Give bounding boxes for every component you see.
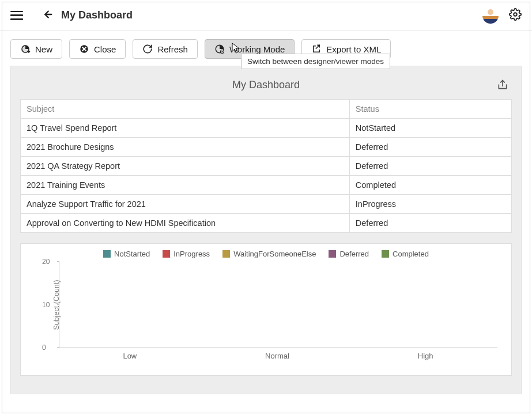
table-row[interactable]: 2021 QA Strategy ReportDeferred <box>21 157 512 176</box>
new-icon: + <box>20 44 31 54</box>
dashboard-title: My Dashboard <box>20 79 512 91</box>
cell-status: NotStarted <box>349 119 511 138</box>
table-row[interactable]: Approval on Converting to New HDMI Speci… <box>21 214 512 233</box>
ytick-10: 10 <box>42 301 50 309</box>
legend-label: WaitingForSomeoneElse <box>233 250 316 258</box>
refresh-label: Refresh <box>157 44 188 54</box>
table-header-row: Subject Status <box>21 100 512 119</box>
legend-swatch <box>329 250 336 258</box>
close-button[interactable]: Close <box>69 39 126 59</box>
legend-label: Completed <box>393 250 429 258</box>
svg-point-11 <box>221 51 222 52</box>
close-icon <box>79 44 89 54</box>
working-mode-icon <box>214 44 225 54</box>
share-icon[interactable] <box>497 79 508 93</box>
new-label: New <box>35 44 52 54</box>
x-tick-label: Low <box>123 352 137 360</box>
legend-swatch <box>382 250 389 258</box>
legend-swatch <box>222 250 230 258</box>
svg-point-1 <box>514 13 517 16</box>
table-row[interactable]: Analyze Support Traffic for 2021InProgre… <box>21 195 512 214</box>
close-label: Close <box>94 44 116 54</box>
table-row[interactable]: 2021 Brochure DesignsDeferred <box>21 138 512 157</box>
cell-status: Completed <box>349 176 511 195</box>
new-button[interactable]: + New <box>10 39 62 59</box>
svg-text:+: + <box>28 50 31 55</box>
dashboard-canvas: My Dashboard Subject Status 1Q Travel Sp… <box>10 66 522 394</box>
back-arrow-icon[interactable] <box>40 8 53 23</box>
legend-label: InProgress <box>173 250 210 258</box>
hamburger-menu-icon[interactable] <box>10 9 23 22</box>
cell-subject: 1Q Travel Spend Report <box>21 119 350 138</box>
cell-subject: Analyze Support Traffic for 2021 <box>21 195 350 214</box>
working-mode-tooltip: Switch between designer/viewer modes <box>241 54 390 69</box>
x-tick-label: Normal <box>265 352 289 360</box>
export-label: Export to XML <box>326 44 381 54</box>
cell-status: InProgress <box>349 195 511 214</box>
refresh-button[interactable]: Refresh <box>133 39 198 59</box>
top-bar: My Dashboard <box>0 0 532 31</box>
cell-subject: Approval on Converting to New HDMI Speci… <box>21 214 350 233</box>
cell-subject: 2021 QA Strategy Report <box>21 157 350 176</box>
cell-status: Deferred <box>349 214 511 233</box>
legend-label: Deferred <box>339 250 369 258</box>
legend-item[interactable]: InProgress <box>163 250 210 258</box>
refresh-icon <box>142 44 153 54</box>
cell-status: Deferred <box>349 157 511 176</box>
x-tick-label: High <box>418 352 433 360</box>
working-mode-label: Working Mode <box>229 44 285 54</box>
table-row[interactable]: 2021 Training EventsCompleted <box>21 176 512 195</box>
legend-swatch <box>103 250 111 258</box>
tasks-table: Subject Status 1Q Travel Spend ReportNot… <box>20 99 512 233</box>
legend-item[interactable]: WaitingForSomeoneElse <box>222 250 316 258</box>
y-axis-label: Subject (Count) <box>52 280 61 330</box>
status-chart: NotStartedInProgressWaitingForSomeoneEls… <box>20 243 512 376</box>
table-row[interactable]: 1Q Travel Spend ReportNotStarted <box>21 119 512 138</box>
cell-status: Deferred <box>349 138 511 157</box>
legend-label: NotStarted <box>114 250 150 258</box>
col-subject[interactable]: Subject <box>21 100 350 119</box>
page-title: My Dashboard <box>61 9 133 21</box>
col-status[interactable]: Status <box>349 100 511 119</box>
user-avatar[interactable] <box>482 7 499 24</box>
chart-plot: Subject (Count) 0 10 20 <box>59 262 497 348</box>
chart-legend: NotStartedInProgressWaitingForSomeoneEls… <box>29 250 503 258</box>
legend-item[interactable]: Deferred <box>329 250 369 258</box>
cell-subject: 2021 Brochure Designs <box>21 138 350 157</box>
ytick-0: 0 <box>42 344 46 352</box>
settings-gear-icon[interactable] <box>509 8 522 23</box>
export-icon <box>311 44 322 54</box>
x-axis-labels: LowNormalHigh <box>59 352 497 360</box>
legend-swatch <box>163 250 170 258</box>
legend-item[interactable]: NotStarted <box>103 250 150 258</box>
ytick-20: 20 <box>42 258 50 266</box>
legend-item[interactable]: Completed <box>382 250 429 258</box>
cell-subject: 2021 Training Events <box>21 176 350 195</box>
